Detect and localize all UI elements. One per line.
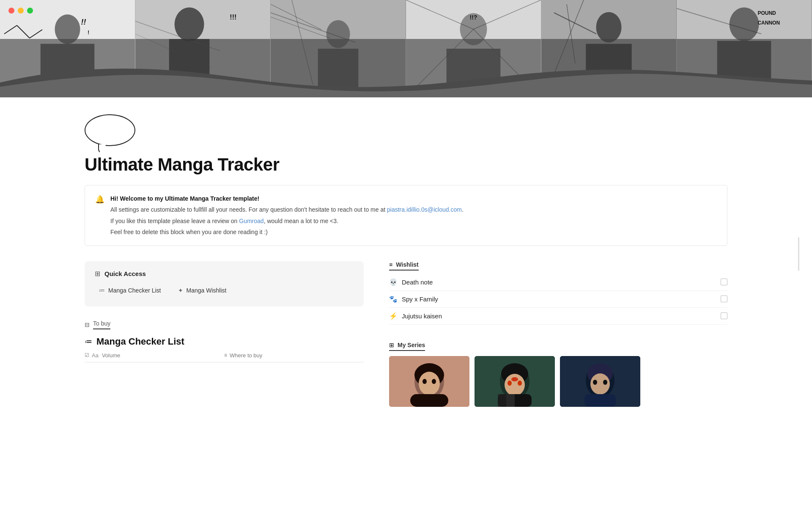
svg-rect-59 [584,394,616,407]
svg-text:!!: !! [81,18,86,26]
traffic-lights [8,8,33,14]
death-note-icon: 💀 [389,278,398,286]
svg-line-3 [17,25,30,38]
wishlist-item-spy-family[interactable]: 🐾 Spy x Family [389,291,727,308]
death-note-name: Death note [402,279,433,286]
column-where-to-buy: ≡ Where to buy [224,352,364,359]
quick-access-title: Quick Access [104,270,146,277]
two-col-layout: ⊞ Quick Access ≔ Manga Checker List ✦ Ma… [85,261,727,407]
svg-text:!!!: !!! [230,14,236,21]
gumroad-link[interactable]: Gumroad [239,218,263,224]
fullscreen-button[interactable] [27,8,33,14]
manga-checker-icon: ≔ [99,287,105,294]
svg-point-48 [508,381,512,386]
page-icon [85,114,135,146]
svg-point-40 [422,379,427,384]
my-series-icon: ⊞ [389,342,394,348]
manga-checker-title: ≔ Manga Checker List [85,336,364,347]
wishlist-item-jujutsu[interactable]: ⚡ Jujutsu kaisen [389,308,727,325]
left-column: ⊞ Quick Access ≔ Manga Checker List ✦ Ma… [85,261,364,362]
wave-overlay [0,64,812,97]
table-headers: ☑ Aa Volume ≡ Where to buy [85,352,364,362]
svg-point-41 [432,379,436,384]
wishlist-item-death-note[interactable]: 💀 Death note [389,274,727,291]
qa-item-manga-checker[interactable]: ≔ Manga Checker List [95,284,165,296]
death-note-checkbox[interactable] [721,279,727,285]
svg-point-58 [603,380,607,385]
svg-text:!: ! [88,30,89,36]
manga-checker-list-icon: ≔ [85,337,92,346]
svg-text:!!?: !!? [470,14,477,21]
svg-line-20 [406,0,474,29]
series-card-3[interactable] [560,356,640,407]
svg-line-4 [30,30,42,38]
svg-rect-52 [506,394,515,407]
jujutsu-name: Jujutsu kaisen [402,312,442,320]
svg-rect-51 [498,394,506,407]
svg-point-26 [596,12,622,42]
manga-checker-heading: Manga Checker List [96,336,184,347]
wishlist-items: 💀 Death note 🐾 Spy x Family [389,274,727,325]
quick-access-icon: ⊞ [95,270,100,278]
wishlist-tab[interactable]: ≡ Wishlist [389,261,419,271]
where-to-buy-label: Where to buy [230,352,262,359]
my-series-tab[interactable]: ⊞ My Series [389,342,425,351]
svg-text:POUND: POUND [757,10,776,16]
qa-manga-wishlist-label: Manga Wishlist [187,287,227,294]
series-card-2[interactable] [475,356,555,407]
scroll-indicator[interactable] [798,237,799,271]
my-series-title: My Series [398,342,425,348]
volume-label: Volume [102,352,120,359]
page-title: Ultimate Manga Tracker [85,155,727,175]
manga-wishlist-icon: ✦ [178,287,183,294]
quick-access-header: ⊞ Quick Access [95,270,354,278]
series-cards [389,356,727,407]
quick-access-block: ⊞ Quick Access ≔ Manga Checker List ✦ Ma… [85,261,364,306]
svg-point-47 [511,377,518,381]
wishlist-title: Wishlist [396,261,419,268]
main-content: Ultimate Manga Tracker 🔔 Hi! Welcome to … [0,150,812,432]
svg-point-39 [419,372,440,395]
qa-item-manga-wishlist[interactable]: ✦ Manga Wishlist [174,284,231,296]
callout-line-3: Feel free to delete this block when you … [110,227,464,237]
callout-content: Hi! Welcome to my Ultimate Manga Tracker… [110,194,464,237]
series-card-1[interactable] [389,356,469,407]
svg-rect-42 [410,394,448,407]
svg-line-2 [4,25,17,34]
to-buy-tab[interactable]: ⊟ To buy [85,320,364,329]
svg-point-57 [593,380,597,385]
checkbox-icon: ☑ [85,352,89,358]
svg-point-49 [518,381,522,386]
spy-family-name: Spy x Family [402,295,438,303]
callout-line-2: If you like this template please leave a… [110,216,464,226]
close-button[interactable] [8,8,14,14]
svg-line-21 [474,0,541,29]
page-icon-area [0,97,812,150]
hero-banner: !! ! !!! [0,0,812,97]
callout-box: 🔔 Hi! Welcome to my Ultimate Manga Track… [85,185,727,246]
my-series-section: ⊞ My Series [389,342,727,407]
svg-point-31 [730,8,759,41]
quick-access-items: ≔ Manga Checker List ✦ Manga Wishlist [95,284,354,296]
callout-line-welcome: Hi! Welcome to my Ultimate Manga Tracker… [110,194,464,203]
list-icon: ≡ [224,352,227,358]
spy-family-icon: 🐾 [389,295,398,303]
volume-prefix: Aa [92,352,99,359]
email-link[interactable]: piastra.idillio.0s@icloud.com [387,206,462,213]
minimize-button[interactable] [18,8,24,14]
to-buy-icon: ⊟ [85,321,90,328]
svg-text:CANNON: CANNON [757,20,780,26]
to-buy-label: To buy [93,320,110,329]
spy-family-checkbox[interactable] [721,295,727,302]
column-volume: ☑ Aa Volume [85,352,224,359]
svg-line-28 [554,13,596,34]
wishlist-icon: ≡ [389,261,392,268]
svg-point-56 [590,373,610,395]
qa-manga-checker-label: Manga Checker List [108,287,161,294]
jujutsu-icon: ⚡ [389,312,398,320]
callout-line-1: All settings are customizable to fullfil… [110,205,464,214]
wishlist-section: ≡ Wishlist 💀 Death note [389,261,727,325]
jujutsu-checkbox[interactable] [721,312,727,319]
svg-point-46 [505,374,525,396]
right-column: ≡ Wishlist 💀 Death note [389,261,727,407]
